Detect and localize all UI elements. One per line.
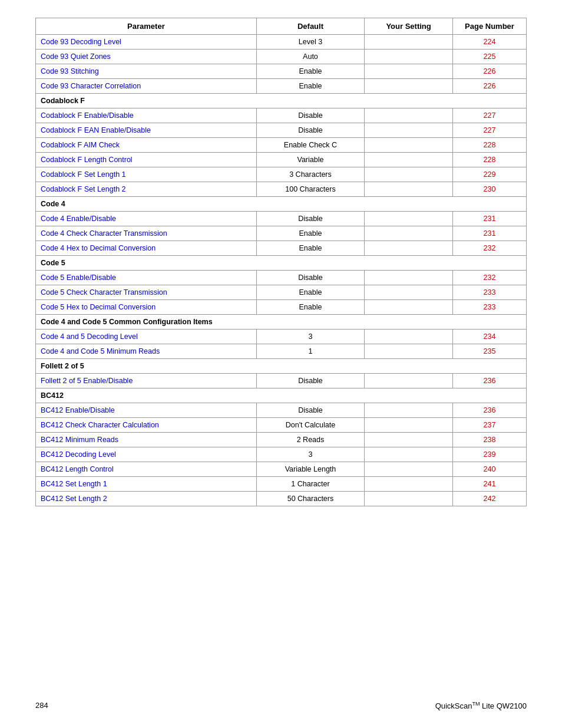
param-cell[interactable]: BC412 Set Length 2 [36, 492, 257, 506]
param-link[interactable]: Codablock F AIM Check [41, 141, 120, 149]
param-cell[interactable]: Code 4 and 5 Decoding Level [36, 330, 257, 344]
page-link[interactable]: 238 [484, 436, 496, 444]
page-cell[interactable]: 240 [453, 462, 527, 477]
param-link[interactable]: Codablock F Set Length 1 [41, 170, 126, 179]
param-cell[interactable]: BC412 Decoding Level [36, 447, 257, 462]
param-cell[interactable]: Follett 2 of 5 Enable/Disable [36, 374, 257, 388]
page-link[interactable]: 231 [484, 215, 496, 223]
page-link[interactable]: 233 [484, 303, 496, 311]
page-cell[interactable]: 228 [453, 153, 527, 167]
param-cell[interactable]: BC412 Enable/Disable [36, 403, 257, 418]
page-cell[interactable]: 237 [453, 418, 527, 433]
param-link[interactable]: BC412 Length Control [41, 465, 114, 473]
page-cell[interactable]: 241 [453, 477, 527, 492]
param-link[interactable]: BC412 Enable/Disable [41, 406, 115, 414]
param-link[interactable]: BC412 Set Length 2 [41, 495, 107, 503]
page-cell[interactable]: 236 [453, 403, 527, 418]
param-link[interactable]: Code 4 and 5 Decoding Level [41, 332, 138, 341]
page-link[interactable]: 239 [484, 450, 496, 459]
page-link[interactable]: 228 [484, 141, 496, 149]
page-link[interactable]: 235 [484, 347, 496, 355]
page-link[interactable]: 242 [484, 495, 496, 503]
param-cell[interactable]: BC412 Check Character Calculation [36, 418, 257, 433]
param-cell[interactable]: Code 93 Stitching [36, 64, 257, 79]
page-link[interactable]: 233 [484, 288, 496, 297]
param-link[interactable]: Code 4 Hex to Decimal Conversion [41, 244, 156, 252]
page-cell[interactable]: 233 [453, 300, 527, 315]
param-cell[interactable]: Code 5 Hex to Decimal Conversion [36, 300, 257, 315]
page-cell[interactable]: 226 [453, 64, 527, 79]
page-cell[interactable]: 234 [453, 330, 527, 344]
page-cell[interactable]: 230 [453, 182, 527, 197]
page-cell[interactable]: 231 [453, 226, 527, 241]
param-link[interactable]: Code 4 Check Character Transmission [41, 229, 167, 238]
param-link[interactable]: Code 93 Decoding Level [41, 38, 121, 46]
param-link[interactable]: Code 93 Stitching [41, 67, 99, 75]
page-link[interactable]: 231 [484, 229, 496, 238]
param-link[interactable]: BC412 Set Length 1 [41, 480, 107, 488]
param-cell[interactable]: Codablock F Enable/Disable [36, 108, 257, 123]
page-link[interactable]: 236 [484, 406, 496, 414]
param-link[interactable]: Code 4 and Code 5 Minimum Reads [41, 347, 160, 355]
page-link[interactable]: 226 [484, 67, 496, 75]
param-cell[interactable]: Code 4 Hex to Decimal Conversion [36, 241, 257, 256]
page-cell[interactable]: 225 [453, 50, 527, 64]
param-link[interactable]: Follett 2 of 5 Enable/Disable [41, 377, 133, 385]
page-link[interactable]: 237 [484, 421, 496, 429]
page-link[interactable]: 227 [484, 111, 496, 120]
page-link[interactable]: 230 [484, 185, 496, 193]
page-link[interactable]: 232 [484, 274, 496, 282]
param-link[interactable]: Code 4 Enable/Disable [41, 215, 116, 223]
param-cell[interactable]: Code 4 Check Character Transmission [36, 226, 257, 241]
param-cell[interactable]: Code 5 Check Character Transmission [36, 285, 257, 300]
param-cell[interactable]: Codablock F Set Length 1 [36, 167, 257, 182]
param-link[interactable]: Code 5 Check Character Transmission [41, 288, 167, 297]
param-cell[interactable]: Code 93 Decoding Level [36, 35, 257, 50]
param-cell[interactable]: Code 4 and Code 5 Minimum Reads [36, 344, 257, 359]
param-cell[interactable]: Code 93 Quiet Zones [36, 50, 257, 64]
page-cell[interactable]: 232 [453, 241, 527, 256]
page-cell[interactable]: 235 [453, 344, 527, 359]
page-cell[interactable]: 242 [453, 492, 527, 506]
param-link[interactable]: BC412 Check Character Calculation [41, 421, 159, 429]
page-cell[interactable]: 228 [453, 138, 527, 153]
param-link[interactable]: BC412 Minimum Reads [41, 436, 118, 444]
page-link[interactable]: 240 [484, 465, 496, 473]
param-link[interactable]: Codablock F EAN Enable/Disable [41, 126, 151, 134]
param-link[interactable]: Code 5 Hex to Decimal Conversion [41, 303, 156, 311]
page-link[interactable]: 227 [484, 126, 496, 134]
param-link[interactable]: BC412 Decoding Level [41, 450, 116, 459]
param-cell[interactable]: Code 93 Character Correlation [36, 79, 257, 94]
page-cell[interactable]: 236 [453, 374, 527, 388]
page-cell[interactable]: 227 [453, 108, 527, 123]
page-link[interactable]: 226 [484, 82, 496, 90]
page-cell[interactable]: 233 [453, 285, 527, 300]
page-link[interactable]: 228 [484, 156, 496, 164]
page-link[interactable]: 236 [484, 377, 496, 385]
page-link[interactable]: 224 [484, 38, 496, 46]
param-link[interactable]: Code 93 Quiet Zones [41, 52, 111, 61]
param-cell[interactable]: Codablock F AIM Check [36, 138, 257, 153]
param-cell[interactable]: Codablock F Length Control [36, 153, 257, 167]
page-cell[interactable]: 238 [453, 433, 527, 447]
param-link[interactable]: Code 5 Enable/Disable [41, 274, 116, 282]
param-cell[interactable]: Code 5 Enable/Disable [36, 271, 257, 285]
page-link[interactable]: 232 [484, 244, 496, 252]
page-cell[interactable]: 224 [453, 35, 527, 50]
param-cell[interactable]: BC412 Minimum Reads [36, 433, 257, 447]
page-link[interactable]: 234 [484, 332, 496, 341]
page-cell[interactable]: 239 [453, 447, 527, 462]
page-cell[interactable]: 226 [453, 79, 527, 94]
param-link[interactable]: Codablock F Enable/Disable [41, 111, 134, 120]
param-link[interactable]: Codablock F Length Control [41, 156, 133, 164]
param-cell[interactable]: BC412 Length Control [36, 462, 257, 477]
page-cell[interactable]: 229 [453, 167, 527, 182]
page-link[interactable]: 229 [484, 170, 496, 179]
param-cell[interactable]: Codablock F EAN Enable/Disable [36, 123, 257, 138]
page-cell[interactable]: 227 [453, 123, 527, 138]
param-cell[interactable]: Code 4 Enable/Disable [36, 212, 257, 226]
param-cell[interactable]: Codablock F Set Length 2 [36, 182, 257, 197]
page-cell[interactable]: 231 [453, 212, 527, 226]
page-link[interactable]: 241 [484, 480, 496, 488]
param-cell[interactable]: BC412 Set Length 1 [36, 477, 257, 492]
